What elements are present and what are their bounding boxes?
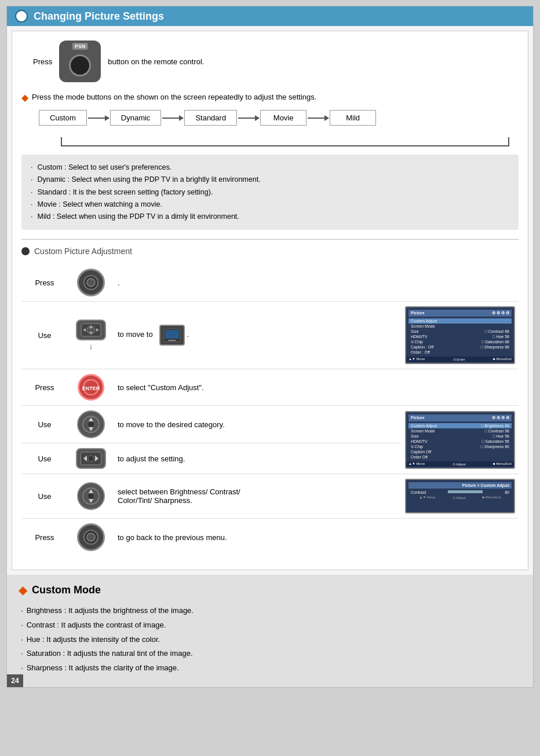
screen-2: Picture ⚙ ⚙ ⚙ ⚙ Custom Adjust□ Brightnes…	[402, 406, 519, 474]
desc-7: to go back to the previous menu.	[114, 519, 402, 556]
psn-button-image: PSN	[59, 41, 101, 82]
mode-dynamic: Dynamic	[110, 110, 162, 126]
dpad-group: ↓	[71, 320, 111, 351]
round-button-icon	[77, 269, 105, 296]
custom-section-heading: Custom Picture Adjustment	[21, 247, 519, 256]
svg-point-16	[88, 421, 94, 427]
arrow-2	[162, 118, 183, 119]
svg-point-26	[87, 533, 95, 541]
psn-label: PSN	[72, 43, 88, 50]
intro-text: Press the mode buttons on the shown on t…	[32, 93, 316, 101]
icon-cell-7	[68, 519, 114, 556]
icon-cell-4	[68, 406, 114, 443]
screen-thumb-3: Picture > Custom Adjust Contrast80 ▲▼ Mo…	[405, 479, 515, 513]
mode-custom: Custom	[39, 110, 87, 126]
arrow-1	[88, 118, 109, 119]
arrow-3	[238, 118, 259, 119]
screen-cell-7	[402, 519, 519, 556]
icon-cell-5	[68, 443, 114, 474]
mode-standard: Standard	[184, 110, 237, 126]
svg-point-24	[88, 493, 94, 499]
page-title: Changing Picture Settings	[34, 10, 164, 23]
custom-mode-item-3: ·Saturation : It adjusts the natural tin…	[21, 647, 521, 661]
bottom-section: ◆ Custom Mode ·Brightness : It adjusts t…	[7, 575, 533, 687]
desc-2: to move to .	[114, 302, 402, 369]
updown2-icon	[77, 482, 105, 510]
instr-row-2: Use ↓	[21, 302, 519, 369]
icon-cell-6	[68, 474, 114, 519]
mode-mild: Mild	[330, 110, 376, 126]
svg-point-1	[87, 278, 95, 287]
icon-cell-2: ↓	[68, 302, 114, 369]
instr-row-4: Use to move to the desired category.	[21, 406, 519, 443]
desc-4: to move to the desired category.	[114, 406, 402, 443]
mode-flow: Custom Dynamic Standard Movie Mild	[39, 110, 519, 126]
action-label-6: Use	[21, 474, 68, 519]
custom-mode-item-0: ·Brightness : It adjusts the brightness …	[21, 604, 521, 618]
mode-flow-container: Custom Dynamic Standard Movie Mild	[39, 110, 519, 146]
intro-diamond-row: ◆ Press the mode buttons on the shown on…	[21, 93, 519, 103]
action-label-1: Press	[21, 264, 68, 302]
screen-cell-1	[402, 264, 519, 302]
custom-mode-item-4: ·Sharpness : It adjusts the clarity of t…	[21, 661, 521, 676]
down-arrow-icon: ↓	[89, 342, 93, 351]
custom-heading-text: Custom Picture Adjustment	[34, 247, 132, 256]
svg-point-20	[88, 456, 94, 461]
main-content: Press PSN button on the remote control. …	[12, 31, 528, 570]
desc-3: to select "Custom Adjust".	[114, 369, 402, 406]
press-label: Press	[33, 57, 52, 66]
updown-icon	[77, 410, 105, 438]
desc-6: select between Brightness/ Contrast/Colo…	[114, 474, 402, 519]
enter-button-icon: ENTER	[78, 374, 104, 401]
press-psn-row: Press PSN button on the remote control.	[33, 41, 519, 82]
screen-cell-3	[402, 369, 519, 406]
icon-cell-3: ENTER	[68, 369, 114, 406]
desc-item-3: ·Movie : Select when watching a movie.	[31, 199, 509, 211]
return-arrow	[39, 135, 519, 146]
custom-mode-heading-row: ◆ Custom Mode	[19, 583, 521, 597]
desc-item-1: ·Dynamic : Select when using the PDP TV …	[31, 174, 509, 186]
header-circle	[15, 10, 28, 23]
desc-1: .	[114, 264, 402, 302]
custom-mode-item-1: ·Contrast : It adjusts the contrast of i…	[21, 618, 521, 633]
dpad-icon	[76, 320, 106, 340]
svg-text:ENTER: ENTER	[82, 386, 100, 391]
custom-mode-list: ·Brightness : It adjusts the brightness …	[19, 604, 521, 675]
leftright-icon	[76, 448, 106, 469]
instr-row-1: Press .	[21, 264, 519, 302]
mode-descriptions: ·Custom : Select to set user's preferenc…	[21, 155, 519, 230]
custom-mode-heading-text: Custom Mode	[32, 584, 101, 596]
desc-item-4: ·Mild : Select when using the PDP TV in …	[31, 211, 509, 223]
after-press-label: button on the remote control.	[108, 57, 204, 66]
diamond-icon: ◆	[21, 92, 28, 103]
psn-circle	[69, 54, 91, 76]
screen-thumb-2: Picture ⚙ ⚙ ⚙ ⚙ Custom Adjust□ Brightnes…	[405, 411, 515, 469]
svg-rect-10	[168, 340, 176, 341]
action-label-4: Use	[21, 406, 68, 443]
instr-row-7: Press to go back to the previous menu.	[21, 519, 519, 556]
custom-mode-item-2: ·Hue : It adjusts the intensity of the c…	[21, 633, 521, 647]
instruction-table: Press . Use	[21, 264, 519, 556]
arrow-4	[308, 118, 329, 119]
section-dot-icon	[21, 247, 30, 255]
icon-cell-1	[68, 264, 114, 302]
action-label-3: Press	[21, 369, 68, 406]
screen-1: Picture ⚙ ⚙ ⚙ ⚙ Custom Adjust Screen Mod…	[402, 302, 519, 369]
screen-thumb-1: Picture ⚙ ⚙ ⚙ ⚙ Custom Adjust Screen Mod…	[405, 306, 515, 364]
desc-item-0: ·Custom : Select to set user's preferenc…	[31, 162, 509, 174]
instr-row-6: Use select between Brightness/ Contrast/…	[21, 474, 519, 519]
page-header: Changing Picture Settings	[7, 6, 533, 26]
back-button-icon	[77, 523, 105, 551]
desc-item-2: ·Standard : It is the best screen settin…	[31, 186, 509, 199]
svg-rect-9	[165, 330, 179, 339]
desc-5: to adjust the setting.	[114, 443, 402, 474]
screen-3: Picture > Custom Adjust Contrast80 ▲▼ Mo…	[402, 474, 519, 519]
page-number: 24	[7, 674, 23, 687]
bottom-diamond-icon: ◆	[19, 583, 27, 597]
section-divider	[21, 239, 519, 240]
action-label-7: Press	[21, 519, 68, 556]
instr-row-3: Press ENTER to select "Custom Adjust".	[21, 369, 519, 406]
action-label-2: Use	[21, 302, 68, 369]
mode-movie: Movie	[260, 110, 307, 126]
action-label-5: Use	[21, 443, 68, 474]
